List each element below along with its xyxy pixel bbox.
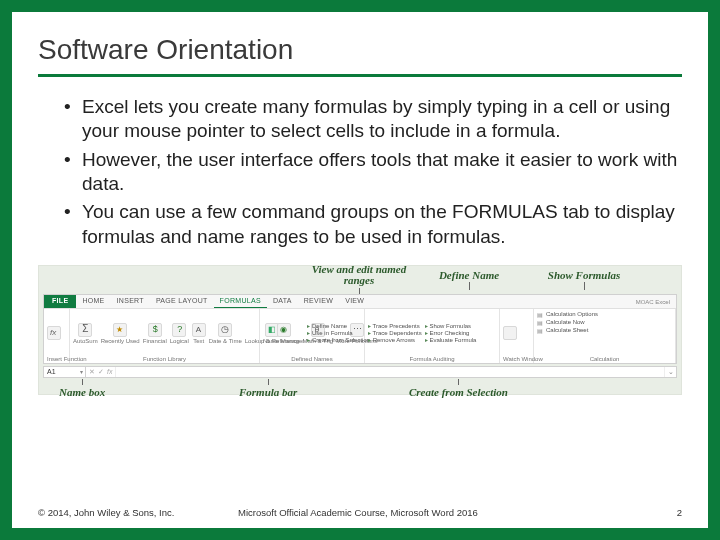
group-insert-function: Insert Function xyxy=(44,309,70,363)
icon-label: Text xyxy=(193,338,204,344)
define-name-button[interactable]: Define Name xyxy=(307,323,370,329)
tab-page-layout[interactable]: PAGE LAYOUT xyxy=(150,295,214,308)
financial-icon[interactable] xyxy=(148,323,162,337)
tab-file[interactable]: FILE xyxy=(44,295,76,308)
trace-precedents-button[interactable]: Trace Precedents xyxy=(368,323,422,329)
watch-window-icon[interactable] xyxy=(503,326,517,340)
group-defined-names: Name Manager Define Name Use in Formula … xyxy=(260,309,365,363)
defined-names-stack: Define Name Use in Formula Create from S… xyxy=(307,323,370,343)
tab-insert[interactable]: INSERT xyxy=(111,295,150,308)
callout-formula-bar: Formula bar xyxy=(239,379,297,398)
group-label: Insert Function xyxy=(47,356,66,362)
callout-stem xyxy=(458,379,459,385)
tab-formulas[interactable]: FORMULAS xyxy=(214,295,267,308)
slide-title: Software Orientation xyxy=(38,34,682,72)
tab-home[interactable]: HOME xyxy=(76,295,110,308)
group-formula-auditing: Trace Precedents Trace Dependents Remove… xyxy=(365,309,500,363)
ribbon-groups: Insert Function AutoSum Recently Used Fi… xyxy=(44,309,676,363)
enter-icon[interactable]: ✓ xyxy=(98,368,104,376)
text-icon[interactable] xyxy=(192,323,206,337)
group-label: Watch Window xyxy=(503,356,530,362)
icon-label: Name Manager xyxy=(263,338,304,344)
autosum-icon[interactable] xyxy=(78,323,92,337)
create-from-selection-button[interactable]: Create from Selection xyxy=(307,337,370,343)
fx-icon[interactable]: fx xyxy=(107,368,112,375)
callout-stem xyxy=(268,379,269,385)
callout-label: Formula bar xyxy=(239,386,297,398)
group-watch-window: Watch Window xyxy=(500,309,534,363)
evaluate-formula-button[interactable]: Evaluate Formula xyxy=(425,337,477,343)
group-label: Formula Auditing xyxy=(368,356,496,362)
tab-review[interactable]: REVIEW xyxy=(298,295,339,308)
callout-label: View and edit named ranges xyxy=(312,263,406,287)
trace-dependents-button[interactable]: Trace Dependents xyxy=(368,330,422,336)
date-time-icon[interactable] xyxy=(218,323,232,337)
bullet-item: However, the user interface offers tools… xyxy=(64,148,682,197)
name-manager-icon[interactable] xyxy=(277,323,291,337)
bottom-callouts: Name box Formula bar Create from Selecti… xyxy=(39,379,681,395)
callout-stem xyxy=(469,282,470,290)
formula-bar: A1 ✕ ✓ fx ⌄ xyxy=(43,366,677,378)
course-text: Microsoft Official Academic Course, Micr… xyxy=(238,507,662,518)
calculate-sheet-button[interactable]: Calculate Sheet xyxy=(537,327,588,334)
ribbon-figure: View and edit named ranges Define Name S… xyxy=(38,265,682,395)
tab-data[interactable]: DATA xyxy=(267,295,298,308)
bullet-list: Excel lets you create many formulas by s… xyxy=(38,95,682,249)
calculate-now-button[interactable]: Calculate Now xyxy=(537,319,585,326)
cancel-icon[interactable]: ✕ xyxy=(89,368,95,376)
error-checking-button[interactable]: Error Checking xyxy=(425,330,477,336)
bullet-item: Excel lets you create many formulas by s… xyxy=(64,95,682,144)
callout-show-formulas: Show Formulas xyxy=(539,270,629,291)
slide: Software Orientation Excel lets you crea… xyxy=(0,0,720,540)
show-formulas-button[interactable]: Show Formulas xyxy=(425,323,477,329)
trace-stack: Trace Precedents Trace Dependents Remove… xyxy=(368,323,422,343)
window-title: MOAC Excel xyxy=(636,295,670,309)
icon-label: AutoSum xyxy=(73,338,98,344)
group-function-library: AutoSum Recently Used Financial Logical … xyxy=(70,309,260,363)
fx-icon[interactable] xyxy=(47,326,61,340)
icon-label: Logical xyxy=(170,338,189,344)
expand-formula-bar-icon[interactable]: ⌄ xyxy=(664,367,676,377)
slide-footer: © 2014, John Wiley & Sons, Inc. Microsof… xyxy=(38,507,682,518)
icon-label: Date & Time xyxy=(209,338,242,344)
title-underline xyxy=(38,74,682,77)
use-in-formula-button[interactable]: Use in Formula xyxy=(307,330,370,336)
callout-view-edit: View and edit named ranges xyxy=(309,264,409,296)
check-stack: Show Formulas Error Checking Evaluate Fo… xyxy=(425,323,477,343)
callout-label: Create from Selection xyxy=(409,386,508,398)
callout-name-box: Name box xyxy=(59,379,105,398)
ribbon-tabs: FILE HOME INSERT PAGE LAYOUT FORMULAS DA… xyxy=(44,295,676,309)
callout-label: Define Name xyxy=(439,269,499,281)
callout-label: Show Formulas xyxy=(548,269,620,281)
tab-view[interactable]: VIEW xyxy=(339,295,370,308)
icon-label: Recently Used xyxy=(101,338,140,344)
top-callouts: View and edit named ranges Define Name S… xyxy=(39,268,681,294)
logical-icon[interactable] xyxy=(172,323,186,337)
group-label: Function Library xyxy=(73,356,256,362)
group-label: Defined Names xyxy=(263,356,361,362)
page-number: 2 xyxy=(662,507,682,518)
callout-stem xyxy=(584,282,585,290)
recently-used-icon[interactable] xyxy=(113,323,127,337)
callout-create-from-selection: Create from Selection xyxy=(409,379,508,398)
excel-ribbon: FILE HOME INSERT PAGE LAYOUT FORMULAS DA… xyxy=(43,294,677,364)
remove-arrows-button[interactable]: Remove Arrows xyxy=(368,337,422,343)
bullet-item: You can use a few command groups on the … xyxy=(64,200,682,249)
callout-label: Name box xyxy=(59,386,105,398)
group-label: Calculation xyxy=(537,356,672,362)
callout-define-name: Define Name xyxy=(429,270,509,291)
icon-label: Financial xyxy=(143,338,167,344)
copyright-text: © 2014, John Wiley & Sons, Inc. xyxy=(38,507,238,518)
calc-options-button[interactable]: Calculation Options xyxy=(537,311,598,318)
callout-stem xyxy=(82,379,83,385)
group-calculation: Calculation Options Calculate Now Calcul… xyxy=(534,309,676,363)
name-box[interactable]: A1 xyxy=(44,367,86,377)
formula-bar-buttons: ✕ ✓ fx xyxy=(86,367,116,377)
formula-input[interactable] xyxy=(116,367,664,377)
